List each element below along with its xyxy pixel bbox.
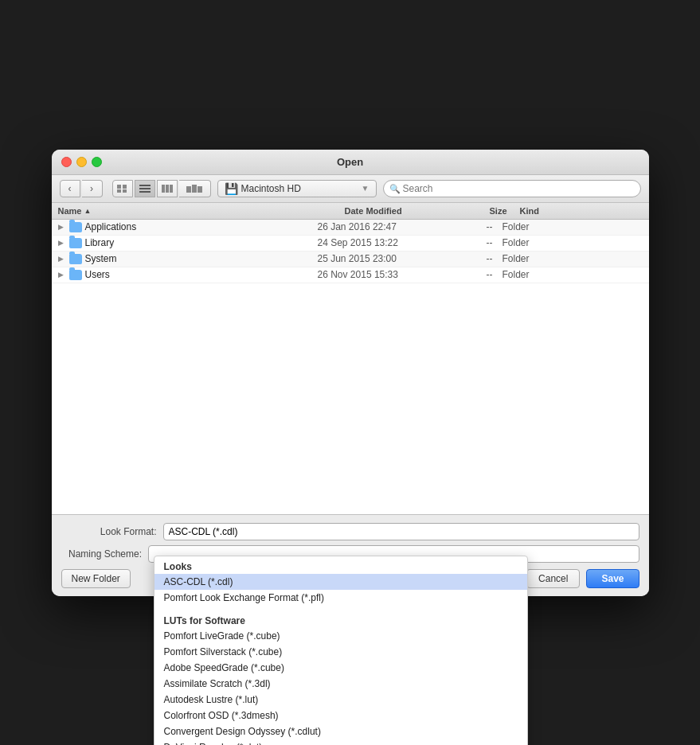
dropdown-item[interactable]: Pomfort Silverstack (*.cube) [154,644,527,660]
file-name-cell: ▶ Users [58,269,318,280]
folder-icon [69,270,82,280]
column-view-button[interactable] [157,180,178,197]
svg-rect-3 [123,189,127,193]
dropdown-item[interactable]: Colorfront OSD (*.3dmesh) [154,708,527,724]
file-row-inner[interactable]: ▶ Users 26 Nov 2015 15:33 -- Folder [52,267,649,283]
file-size-cell: -- [445,269,493,280]
file-date-cell: 24 Sep 2015 13:22 [318,237,445,248]
path-selector[interactable]: 💾 Macintosh HD ▼ [217,180,377,197]
cancel-button[interactable]: Cancel [526,569,580,588]
chevron-down-icon: ▼ [362,184,370,193]
folder-icon [69,254,82,264]
folder-icon [69,222,82,232]
file-name: Users [85,269,110,280]
svg-rect-11 [192,185,197,193]
file-row-inner[interactable]: ▶ Applications 26 Jan 2016 22:47 -- Fold… [52,220,649,235]
look-format-dropdown: LooksASC-CDL (*.cdl)Pomfort Look Exchang… [154,556,528,746]
file-list: ▶ Applications 26 Jan 2016 22:47 -- Fold… [52,220,649,514]
file-date-cell: 26 Jan 2016 22:47 [318,221,445,232]
dropdown-item[interactable]: DaVinci Resolve (*.dat) [154,739,527,746]
action-buttons: Cancel Save [526,569,639,588]
file-name-cell: ▶ Library [58,237,318,248]
svg-rect-6 [139,191,151,193]
look-format-select[interactable]: ASC-CDL (*.cdl) [163,523,639,540]
file-date-cell: 25 Jun 2015 23:00 [318,253,445,264]
expand-arrow-icon: ▶ [58,271,68,279]
svg-rect-8 [166,185,169,193]
col-header-size[interactable]: Size [466,205,514,217]
list-view-button[interactable] [135,180,155,197]
maximize-button[interactable] [92,157,102,167]
file-size-cell: -- [445,237,493,248]
svg-rect-7 [162,185,165,193]
minimize-button[interactable] [76,157,87,167]
dropdown-section-header: LUTs for Software [154,610,527,628]
file-row-inner[interactable]: ▶ Library 24 Sep 2015 13:22 -- Folder [52,236,649,251]
look-format-select-wrapper: ASC-CDL (*.cdl) [163,523,639,540]
icon-view-button[interactable] [112,180,133,197]
svg-rect-4 [139,185,151,186]
disk-icon: 💾 [225,182,238,195]
expand-arrow-icon: ▶ [58,223,68,231]
file-size-cell: -- [445,221,493,232]
svg-rect-1 [123,185,127,189]
search-wrapper: 🔍 [383,180,641,197]
expand-arrow-icon: ▶ [58,239,68,247]
dropdown-item[interactable]: Autodesk Lustre (*.lut) [154,692,527,708]
file-date-cell: 26 Nov 2015 15:33 [318,269,445,280]
expand-arrow-icon: ▶ [58,255,68,263]
dropdown-item[interactable]: Adobe SpeedGrade (*.cube) [154,660,527,676]
table-row[interactable]: ▶ Applications 26 Jan 2016 22:47 -- Fold… [52,220,649,236]
naming-scheme-label: Naming Scheme: [61,548,143,560]
close-button[interactable] [61,157,72,167]
col-header-name[interactable]: Name ▲ [52,205,338,217]
back-button[interactable]: ‹ [60,180,80,197]
column-headers: Name ▲ Date Modified Size Kind [52,203,649,220]
svg-rect-2 [117,189,121,193]
file-name: Applications [85,221,137,232]
svg-rect-12 [197,186,202,193]
window-title: Open [61,156,639,168]
dropdown-item[interactable]: Convergent Design Odyssey (*.cdlut) [154,724,527,739]
nav-buttons: ‹ › [60,180,103,197]
svg-rect-0 [117,185,121,189]
title-bar: Open [52,150,649,175]
look-format-row: Look Format: ASC-CDL (*.cdl) [61,523,639,540]
path-label: Macintosh HD [241,183,301,194]
toolbar: ‹ › 💾 Macintosh HD ▼ 🔍 [52,175,649,203]
table-row[interactable]: ▶ Users 26 Nov 2015 15:33 -- Folder [52,267,649,283]
file-kind-cell: Folder [493,221,643,232]
col-header-date[interactable]: Date Modified [338,205,466,217]
svg-rect-5 [139,188,151,189]
view-buttons [112,180,211,197]
folder-icon [69,238,82,248]
dropdown-item[interactable]: ASC-CDL (*.cdl) [154,574,527,590]
table-row[interactable]: ▶ Library 24 Sep 2015 13:22 -- Folder [52,236,649,252]
file-name: System [85,253,117,264]
file-row-inner[interactable]: ▶ System 25 Jun 2015 23:00 -- Folder [52,252,649,267]
dropdown-item[interactable]: Pomfort Look Exchange Format (*.pfl) [154,590,527,606]
file-name: Library [85,237,115,248]
col-header-kind[interactable]: Kind [514,205,649,217]
file-kind-cell: Folder [493,237,643,248]
search-input[interactable] [383,180,641,197]
table-row[interactable]: ▶ System 25 Jun 2015 23:00 -- Folder [52,252,649,267]
svg-rect-10 [186,186,191,193]
dropdown-item[interactable]: Assimilate Scratch (*.3dl) [154,676,527,692]
file-kind-cell: Folder [493,253,643,264]
svg-rect-9 [170,185,173,193]
file-size-cell: -- [445,253,493,264]
file-kind-cell: Folder [493,269,643,280]
dropdown-section-header: Looks [154,556,527,574]
dropdown-item[interactable]: Pomfort LiveGrade (*.cube) [154,628,527,644]
save-button[interactable]: Save [586,569,639,588]
new-folder-button[interactable]: New Folder [61,569,131,588]
file-name-cell: ▶ System [58,253,318,264]
look-format-label: Look Format: [61,526,157,537]
open-dialog: Open ‹ › 💾 Macintosh HD ▼ [52,150,649,596]
file-name-cell: ▶ Applications [58,221,318,232]
cover-flow-button[interactable] [179,180,211,197]
forward-button[interactable]: › [82,180,103,197]
traffic-lights [61,157,102,167]
